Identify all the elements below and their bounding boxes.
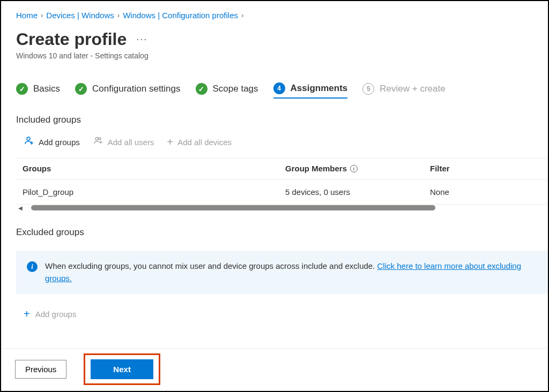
breadcrumb-config-profiles[interactable]: Windows | Configuration profiles — [123, 11, 238, 20]
horizontal-scrollbar[interactable]: ◀ — [16, 205, 548, 211]
people-plus-icon — [93, 136, 103, 148]
step-basics[interactable]: Basics — [16, 83, 60, 98]
breadcrumb: Home › Devices | Windows › Windows | Con… — [16, 11, 548, 20]
step-label: Basics — [33, 84, 60, 94]
highlight-box: Next — [84, 353, 160, 385]
col-header-groups[interactable]: Groups — [23, 164, 285, 173]
cell-filter: None — [430, 187, 548, 197]
step-label: Scope tags — [213, 84, 258, 94]
excluded-groups-heading: Excluded groups — [16, 227, 548, 238]
step-label: Assignments — [291, 83, 348, 94]
add-all-devices-label: Add all devices — [177, 138, 232, 147]
cell-group-members: 5 devices, 0 users — [285, 187, 430, 197]
step-scope-tags[interactable]: Scope tags — [196, 83, 258, 98]
info-icon: i — [27, 261, 38, 272]
plus-icon: + — [167, 136, 173, 148]
add-groups-button[interactable]: Add groups — [24, 136, 80, 148]
breadcrumb-devices[interactable]: Devices | Windows — [46, 11, 114, 20]
chevron-right-icon: › — [241, 11, 243, 19]
step-assignments[interactable]: 4 Assignments — [273, 82, 348, 99]
scroll-left-icon[interactable]: ◀ — [18, 205, 23, 211]
page-title: Create profile — [16, 29, 127, 49]
more-actions-button[interactable]: ··· — [136, 34, 147, 45]
add-groups-label: Add groups — [35, 310, 77, 319]
breadcrumb-home[interactable]: Home — [16, 11, 38, 20]
plus-icon: + — [24, 308, 30, 320]
scrollbar-thumb[interactable] — [31, 205, 435, 210]
add-all-users-button[interactable]: Add all users — [93, 136, 154, 148]
included-groups-heading: Included groups — [16, 115, 548, 125]
included-groups-actions: Add groups Add all users + Add all devic… — [16, 136, 548, 148]
step-review-create[interactable]: 5 Review + create — [362, 83, 445, 98]
col-header-members[interactable]: Group Members i — [285, 164, 430, 173]
add-all-devices-button[interactable]: + Add all devices — [167, 136, 232, 148]
step-number-icon: 4 — [273, 82, 285, 94]
wizard-steps: Basics Configuration settings Scope tags… — [16, 82, 548, 99]
chevron-right-icon: › — [41, 11, 43, 19]
info-icon[interactable]: i — [350, 165, 358, 172]
checkmark-icon — [196, 83, 207, 95]
person-plus-icon — [24, 136, 34, 148]
table-row[interactable]: Pilot_D_group 5 devices, 0 users None — [16, 180, 548, 205]
step-label: Configuration settings — [92, 84, 180, 94]
step-number-icon: 5 — [362, 83, 374, 95]
excluded-groups-info: i When excluding groups, you cannot mix … — [16, 251, 548, 294]
included-groups-table: Groups Group Members i Filter Pilot_D_gr… — [16, 158, 548, 211]
col-header-filter[interactable]: Filter — [430, 164, 548, 173]
cell-group-name: Pilot_D_group — [23, 187, 285, 197]
add-all-users-label: Add all users — [108, 138, 154, 147]
step-config-settings[interactable]: Configuration settings — [75, 83, 180, 98]
excluded-add-groups-button[interactable]: + Add groups — [16, 308, 76, 320]
footer-actions: Previous Next — [2, 348, 547, 390]
next-button[interactable]: Next — [91, 359, 153, 379]
previous-button[interactable]: Previous — [15, 360, 66, 379]
checkmark-icon — [75, 83, 87, 95]
step-label: Review + create — [380, 84, 445, 94]
info-text: When excluding groups, you cannot mix us… — [45, 261, 377, 270]
chevron-right-icon: › — [117, 11, 120, 19]
add-groups-label: Add groups — [39, 138, 80, 147]
checkmark-icon — [16, 83, 28, 95]
page-subtitle: Windows 10 and later - Settings catalog — [16, 51, 548, 60]
